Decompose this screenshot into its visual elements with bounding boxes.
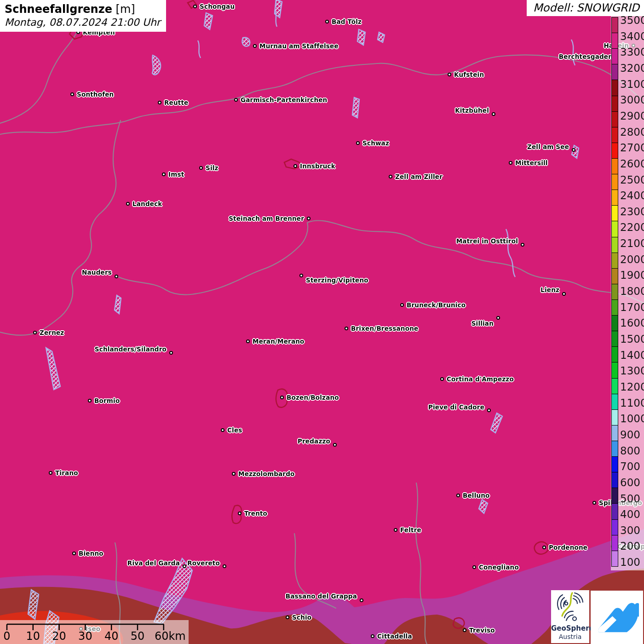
city-label: Schongau [200,3,235,10]
colorbar-segment [612,331,618,347]
colorbar-segment [612,112,618,127]
colorbar-segment [612,284,618,300]
city-label: Sterzing/Vipiteno [306,276,368,284]
city-label: Belluno [463,492,490,499]
lake-achensee [352,98,359,118]
colorbar-segment [612,300,618,316]
model-box: Modell: SNOWGRID [527,0,644,16]
city-dot [115,275,118,278]
city-label: Mezzolombardo [238,470,295,477]
geosphere-logo: GeoSphere Austria [551,590,589,643]
city-label: Sillian [472,320,494,327]
colorbar-segment [612,253,618,269]
city-dot [456,494,460,497]
city-label: Cittadella [377,632,412,640]
city-dot [280,396,284,399]
colorbar-segment [612,379,618,394]
city-dot [394,528,397,532]
mountain-icon [595,595,639,639]
city-dot [70,92,74,96]
city-dot [448,73,451,76]
colorbar-segment [612,551,618,566]
colorbar-segment [612,221,618,237]
colorbar-segment [612,441,618,457]
city-label: Bienno [79,550,104,557]
colorbar-segment [612,426,618,441]
colorbar-segment [612,472,618,488]
colorbar-segment [612,410,618,426]
city-dot [223,564,226,568]
city-dot [162,172,166,176]
city-label: Conegliano [479,564,519,571]
city-dot [521,243,524,247]
city-dot [307,217,310,220]
colorbar-segment [612,504,618,519]
city-dot [440,377,444,381]
city-label: Predazzo [298,437,330,445]
colorbar-segment [612,96,618,112]
city-label: Pordenone [549,544,587,551]
colorbar-segment [612,347,618,362]
city-label: Zernez [40,329,64,336]
colorbar-segment [612,237,618,253]
colorbar-segment [612,394,618,410]
city-label: Tirano [55,469,78,477]
city-dot [221,428,224,432]
colorbar-segment [612,127,618,143]
colorbar-segment [612,362,618,378]
scalebar-label: 20 [52,630,66,643]
scalebar-label: 30 [78,630,92,643]
city-dot [492,112,495,116]
city-dot [562,292,566,296]
city-label: Mittersill [515,159,548,167]
colorbar-segment [612,190,618,206]
title-text: Schneefallgrenze [5,3,112,16]
city-dot [238,512,242,515]
lake-staffelsee [242,37,250,46]
colorbar-segment [612,159,618,174]
colorbar-segment [612,316,618,331]
city-label: Schwaz [362,139,389,147]
colorbar-segment [612,269,618,284]
city-dot [509,161,512,165]
colorbar-segment [612,457,618,472]
city-label: Garmisch-Partenkirchen [241,96,327,104]
city-dot [49,471,52,475]
city-dot [325,20,329,23]
city-dot [33,331,37,334]
city-label: Matrei in Osttirol [456,237,518,245]
colorbar-segment [612,520,618,535]
city-dot [389,175,392,178]
city-dot [234,98,238,102]
colorbar-segment [612,488,618,504]
city-label: Zell am Ziller [395,173,443,180]
city-dot [472,565,476,569]
city-dot [246,339,250,343]
city-dot [199,166,203,170]
colorbar-segment [612,174,618,190]
mountain-logo [591,591,643,644]
city-dot [232,472,236,476]
city-label: Bassano del Grappa [286,592,357,600]
colorbar-segment [612,80,618,96]
city-label: Riva del Garda [127,559,180,567]
colorbar-segment [612,206,618,221]
city-dot [293,164,297,168]
city-label: Schlanders/Silandro [95,345,167,353]
city-label: Feltre [400,526,421,534]
city-label: Bormio [94,397,120,404]
city-dot [592,501,596,505]
city-label: Trento [244,510,267,517]
city-dot [183,564,186,568]
city-label: Lienz [540,286,559,293]
colorbar-segment [612,49,618,64]
lake-tegernsee [357,29,365,45]
city-label: Kitzbühel [455,107,489,114]
city-label: Brixen/Bressanone [351,325,418,332]
colorbar-segment [612,143,618,159]
scalebar-label: 50 [131,630,145,643]
city-dot [371,634,374,638]
city-label: Kufstein [454,71,484,78]
city-label: Sonthofen [77,91,114,98]
city-dot [158,101,161,104]
